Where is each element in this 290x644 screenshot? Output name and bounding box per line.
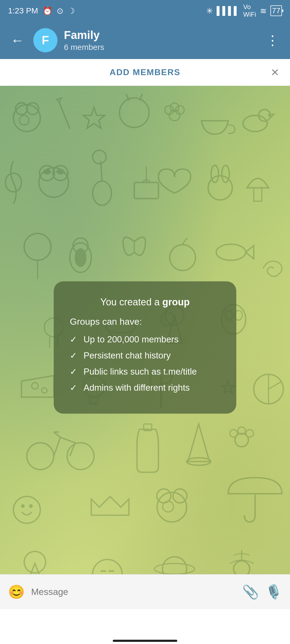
add-members-bar: ADD MEMBERS ✕ bbox=[0, 59, 290, 86]
moon-icon: ☽ bbox=[68, 6, 75, 16]
emoji-button[interactable]: 😊 bbox=[8, 584, 25, 600]
info-card-title: You created a group bbox=[70, 297, 220, 308]
svg-point-24 bbox=[93, 150, 106, 164]
home-indicator bbox=[113, 640, 177, 642]
svg-point-20 bbox=[43, 169, 51, 174]
svg-point-37 bbox=[170, 245, 195, 270]
svg-point-29 bbox=[222, 165, 229, 182]
svg-point-68 bbox=[246, 430, 253, 437]
svg-line-58 bbox=[269, 382, 281, 389]
menu-button[interactable]: ⋮ bbox=[263, 30, 282, 51]
info-card: You created a group Groups can have: ✓ U… bbox=[54, 281, 236, 414]
chat-area: You created a group Groups can have: ✓ U… bbox=[0, 86, 290, 609]
info-item-1: ✓ Up to 200,000 members bbox=[70, 334, 220, 345]
svg-point-75 bbox=[163, 501, 173, 512]
svg-marker-5 bbox=[56, 98, 62, 102]
svg-point-60 bbox=[67, 443, 94, 470]
bluetooth-icon: ✳ bbox=[206, 6, 213, 16]
svg-point-3 bbox=[19, 115, 29, 125]
svg-point-7 bbox=[119, 98, 149, 127]
svg-point-35 bbox=[75, 248, 86, 267]
info-item-2: ✓ Persistent chat history bbox=[70, 350, 220, 361]
svg-point-74 bbox=[173, 489, 187, 503]
group-info: Family 6 members bbox=[64, 29, 257, 52]
message-input[interactable] bbox=[31, 582, 236, 602]
info-item-label-4: Admins with different rights bbox=[84, 383, 190, 393]
back-button[interactable]: ← bbox=[8, 30, 27, 51]
svg-point-31 bbox=[24, 233, 51, 260]
svg-point-69 bbox=[13, 496, 40, 523]
svg-point-28 bbox=[211, 165, 219, 182]
wifi-icon: ≋ bbox=[260, 6, 267, 16]
battery-icon: 77 bbox=[270, 5, 282, 16]
svg-point-82 bbox=[154, 564, 195, 574]
svg-line-61 bbox=[54, 432, 60, 437]
status-bar: 1:23 PM ⏰ ⊙ ☽ ✳ ▌▌▌▌ VoWiFi ≋ 77 bbox=[0, 0, 290, 21]
group-name: Family bbox=[64, 29, 257, 42]
svg-point-70 bbox=[21, 504, 25, 508]
svg-point-72 bbox=[157, 492, 187, 522]
vowifi-label: VoWiFi bbox=[243, 3, 256, 18]
svg-rect-30 bbox=[254, 188, 262, 201]
svg-point-21 bbox=[56, 169, 64, 174]
svg-point-22 bbox=[93, 181, 111, 205]
info-item-label-2: Persistent chat history bbox=[84, 350, 171, 361]
svg-point-66 bbox=[230, 430, 237, 437]
signal-icon: ▌▌▌▌ bbox=[217, 6, 240, 15]
input-bar: 😊 📎 🎙️ bbox=[0, 574, 290, 609]
check-icon-3: ✓ bbox=[70, 367, 77, 377]
check-icon-1: ✓ bbox=[70, 334, 77, 345]
whatsapp-icon: ⊙ bbox=[57, 6, 63, 16]
svg-point-38 bbox=[216, 244, 246, 260]
svg-marker-6 bbox=[83, 107, 105, 128]
mic-button[interactable]: 🎙️ bbox=[265, 584, 282, 600]
alarm-icon: ⏰ bbox=[42, 6, 52, 16]
svg-point-71 bbox=[29, 504, 33, 508]
group-members-count: 6 members bbox=[64, 43, 257, 52]
info-item-label-1: Up to 200,000 members bbox=[84, 334, 179, 345]
info-item-label-3: Public links such as t.me/title bbox=[84, 367, 197, 377]
attach-button[interactable]: 📎 bbox=[242, 584, 259, 600]
group-avatar: F bbox=[33, 28, 57, 52]
close-button[interactable]: ✕ bbox=[271, 67, 279, 78]
svg-point-48 bbox=[32, 383, 38, 389]
svg-rect-25 bbox=[134, 182, 158, 199]
info-item-4: ✓ Admins with different rights bbox=[70, 383, 220, 393]
status-time: 1:23 PM bbox=[8, 6, 38, 15]
check-icon-2: ✓ bbox=[70, 350, 77, 361]
svg-point-14 bbox=[243, 115, 267, 131]
check-icon-4: ✓ bbox=[70, 383, 77, 393]
info-item-3: ✓ Public links such as t.me/title bbox=[70, 367, 220, 377]
status-left: 1:23 PM ⏰ ⊙ ☽ bbox=[8, 6, 75, 16]
add-members-label[interactable]: ADD MEMBERS bbox=[110, 67, 180, 77]
svg-line-4 bbox=[59, 102, 70, 129]
svg-point-49 bbox=[42, 388, 47, 393]
info-card-subtitle: Groups can have: bbox=[70, 316, 220, 327]
svg-point-59 bbox=[27, 443, 54, 470]
status-right: ✳ ▌▌▌▌ VoWiFi ≋ 77 bbox=[206, 3, 282, 18]
top-bar: ← F Family 6 members ⋮ bbox=[0, 21, 290, 59]
